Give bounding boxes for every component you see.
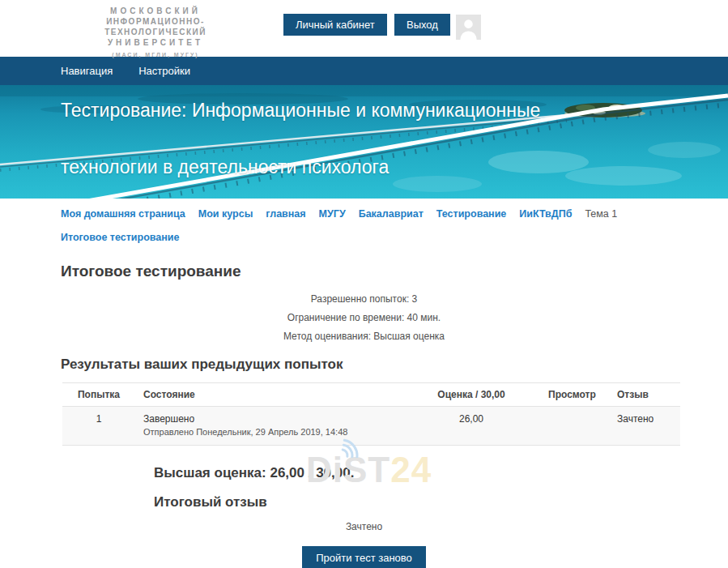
- main-content: DiST24 DiST24 Моя домашняя страница Мои …: [0, 208, 728, 568]
- watermark-accent: 24: [390, 450, 432, 489]
- breadcrumb-current: Тема 1: [585, 208, 617, 220]
- logo-line: (МАСИ, МГЛИ, МУГУ): [58, 49, 253, 60]
- table-header-row: Попытка Состояние Оценка / 30,00 Просмот…: [62, 383, 680, 407]
- dist24-watermark: DiST24: [306, 450, 432, 490]
- breadcrumb-link-bachelor[interactable]: Бакалавриат: [359, 208, 424, 220]
- logo-line: МОСКОВСКИЙ: [58, 6, 253, 16]
- breadcrumb-link-testing[interactable]: Тестирование: [436, 208, 507, 220]
- breadcrumb-link-my-courses[interactable]: Мои курсы: [198, 208, 253, 220]
- cell-feedback: Зачтено: [609, 407, 680, 446]
- table-row: 1 Завершено Отправлено Понедельник, 29 А…: [62, 407, 680, 446]
- quiz-info: Разрешенно попыток: 3 Ограничение по вре…: [0, 293, 728, 342]
- quiz-time-limit: Ограничение по времени: 40 мин.: [0, 312, 728, 323]
- breadcrumb-second-line: Итоговое тестирование: [0, 232, 728, 243]
- breadcrumb-link-course[interactable]: ИиКТвДПб: [519, 208, 572, 220]
- breadcrumb-link-mugu[interactable]: МУГУ: [319, 208, 346, 220]
- page: МОСКОВСКИЙ ИНФОРМАЦИОННО-ТЕХНОЛОГИЧЕСКИЙ…: [0, 0, 728, 568]
- col-header-attempt: Попытка: [62, 383, 135, 407]
- breadcrumb-link-activity[interactable]: Итоговое тестирование: [61, 232, 179, 243]
- cell-review: [540, 407, 609, 446]
- personal-cabinet-button[interactable]: Личный кабинет: [283, 14, 387, 36]
- col-header-feedback: Отзыв: [609, 383, 680, 407]
- cell-attempt: 1: [62, 407, 135, 446]
- reattempt-button[interactable]: Пройти тест заново: [302, 546, 426, 568]
- breadcrumb: Моя домашняя страница Мои курсы главная …: [0, 208, 728, 220]
- final-feedback-heading: Итоговый отзыв: [154, 494, 728, 510]
- course-banner: Тестирование: Информационные и коммуника…: [0, 85, 728, 199]
- logo-line: УНИВЕРСИТЕТ: [58, 37, 253, 48]
- page-title: Тестирование: Информационные и коммуника…: [61, 85, 621, 195]
- main-navbar: Навигация Настройки: [0, 57, 728, 85]
- logo-line: ИНФОРМАЦИОННО-ТЕХНОЛОГИЧЕСКИЙ: [58, 16, 253, 37]
- person-icon: [456, 15, 481, 40]
- col-header-grade: Оценка / 30,00: [402, 383, 540, 407]
- nav-item-settings[interactable]: Настройки: [138, 65, 190, 77]
- attempts-table: Попытка Состояние Оценка / 30,00 Просмот…: [62, 382, 680, 446]
- final-feedback-value: Зачтено: [0, 521, 728, 532]
- site-header: МОСКОВСКИЙ ИНФОРМАЦИОННО-ТЕХНОЛОГИЧЕСКИЙ…: [0, 0, 728, 57]
- results-heading: Результаты ваших предыдущих попыток: [61, 357, 728, 373]
- state-text: Завершено: [143, 413, 394, 425]
- best-grade-text: Высшая оценка: 26,00 / 30,00.: [154, 465, 728, 481]
- col-header-review: Просмотр: [540, 383, 609, 407]
- submitted-text: Отправлено Понедельник, 29 Апрель 2019, …: [143, 427, 394, 437]
- university-logo: МОСКОВСКИЙ ИНФОРМАЦИОННО-ТЕХНОЛОГИЧЕСКИЙ…: [58, 6, 253, 60]
- user-avatar[interactable]: [456, 15, 481, 40]
- quiz-grading-method: Метод оценивания: Высшая оценка: [0, 331, 728, 342]
- quiz-attempts-allowed: Разрешенно попыток: 3: [0, 293, 728, 305]
- col-header-state: Состояние: [135, 383, 402, 407]
- logout-button[interactable]: Выход: [394, 14, 450, 36]
- quiz-title: Итоговое тестирование: [61, 263, 728, 280]
- wifi-arcs-icon: [336, 437, 365, 458]
- breadcrumb-link-main[interactable]: главная: [266, 208, 305, 220]
- breadcrumb-link-home[interactable]: Моя домашняя страница: [61, 208, 185, 220]
- nav-item-navigation[interactable]: Навигация: [61, 65, 113, 77]
- cell-grade: 26,00: [402, 407, 540, 446]
